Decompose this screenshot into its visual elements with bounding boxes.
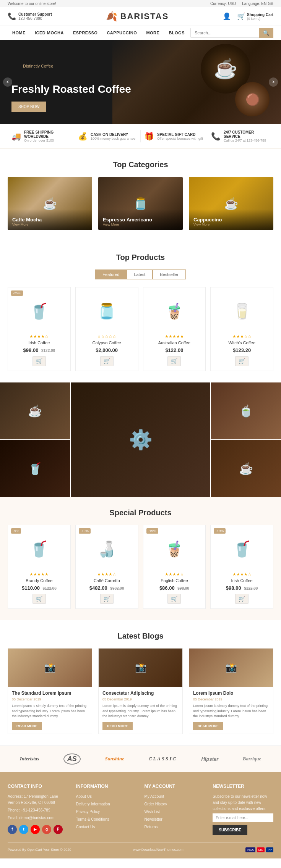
blog-read-more-3[interactable]: READ MORE bbox=[193, 722, 223, 730]
category-caffe-mocha[interactable]: ☕ Caffe Mocha View More bbox=[8, 177, 92, 230]
language-selector[interactable]: Language: EN-GB bbox=[242, 2, 273, 6]
special-stars-1 bbox=[13, 572, 66, 577]
product-name-2: Calypso Coffee bbox=[80, 340, 133, 345]
site-logo[interactable]: 🍂 BARISTAS bbox=[106, 11, 169, 22]
blog-img-1: 📸 bbox=[8, 649, 92, 687]
special-old-4: $122.00 bbox=[244, 586, 258, 590]
brand-3: Sunshine bbox=[105, 756, 124, 762]
special-name-3: English Coffee bbox=[148, 578, 201, 583]
footer-newsletter-link[interactable]: Newsletter bbox=[145, 816, 205, 823]
welcome-text: Welcome to our online store! bbox=[8, 2, 56, 6]
special-price-1: $110.00 $122.00 bbox=[13, 585, 66, 591]
product-name-1: Irish Coffee bbox=[13, 340, 66, 345]
tab-featured[interactable]: Featured bbox=[95, 269, 127, 279]
product-witch: 🥛 Witch's Coffee $123.20 🛒 bbox=[210, 287, 273, 371]
nav-cappuccino[interactable]: CAPPUCCINO bbox=[102, 26, 141, 40]
footer-information: INFORMATION About Us Delivery Informatio… bbox=[76, 784, 137, 835]
tab-latest[interactable]: Latest bbox=[127, 269, 153, 279]
special-cart-1[interactable]: 🛒 bbox=[32, 594, 46, 604]
special-cart-3[interactable]: 🛒 bbox=[167, 594, 181, 604]
cappuccino-link[interactable]: View More bbox=[193, 223, 269, 226]
footer-wish-list[interactable]: Wish List bbox=[145, 809, 205, 815]
tab-bestseller[interactable]: Bestseller bbox=[153, 269, 185, 279]
payment-icons: VISA MC PP bbox=[245, 847, 273, 852]
products-title: Top Products bbox=[8, 253, 273, 262]
caffe-mocha-name: Caffe Mocha bbox=[12, 217, 88, 223]
nav-blogs[interactable]: BLOGS bbox=[164, 26, 189, 40]
hero-content: Distinctly Coffee Freshly Roasted Coffee… bbox=[0, 41, 143, 124]
footer-about[interactable]: About Us bbox=[76, 794, 137, 800]
special-cart-2[interactable]: 🛒 bbox=[100, 594, 114, 604]
cart-button[interactable]: 🛒 Shopping Cart (0 items) bbox=[237, 12, 273, 21]
footer: CONTACT INFO Address: 17 Pennington Lane… bbox=[0, 772, 281, 858]
search-input[interactable] bbox=[190, 28, 259, 38]
espresso-link[interactable]: View More bbox=[103, 223, 178, 226]
hero-prev-button[interactable]: < bbox=[3, 77, 12, 87]
nav-more[interactable]: MORE bbox=[141, 26, 164, 40]
blog-photo-3: 📸 bbox=[189, 649, 273, 687]
footer-privacy[interactable]: Privacy Policy bbox=[76, 809, 137, 815]
cash-title: CASH ON DELIVERY bbox=[91, 132, 135, 137]
nav-iced-mocha[interactable]: ICED MOCHA bbox=[30, 26, 68, 40]
add-to-cart-2[interactable]: 🛒 bbox=[100, 356, 114, 366]
add-to-cart-4[interactable]: 🛒 bbox=[235, 356, 249, 366]
footer-email: Email: demo@baristas.com bbox=[8, 815, 68, 821]
search-button[interactable]: 🔍 bbox=[259, 28, 273, 38]
blog-text-1: Lorem ipsum is simply dummy text of the … bbox=[12, 703, 88, 719]
facebook-button[interactable]: f bbox=[8, 825, 17, 834]
googleplus-button[interactable]: g bbox=[42, 825, 51, 834]
blog-content-2: Consectetur Adipiscing 05 Decembar 2019 … bbox=[99, 687, 182, 734]
special-name-2: Caffè Corretto bbox=[80, 578, 133, 583]
twitter-button[interactable]: t bbox=[19, 825, 28, 834]
newsletter-subscribe-button[interactable]: SUBSCRIBE bbox=[213, 825, 247, 835]
special-cart-4[interactable]: 🛒 bbox=[235, 594, 249, 604]
category-cappuccino[interactable]: ☕ Cappuccino View More bbox=[189, 177, 273, 230]
footer-delivery[interactable]: Delivery Information bbox=[76, 801, 137, 807]
add-to-cart-3[interactable]: 🛒 bbox=[167, 356, 181, 366]
special-products-section: Special Products -9% 🥤 Brandy Coffee $11… bbox=[0, 497, 281, 620]
blog-img-3: 📸 bbox=[189, 649, 273, 687]
brands-section: Interistas AS Sunshine CLASSIC Hipster B… bbox=[0, 745, 281, 772]
blog-title-3: Lorem Ipsum Dolo bbox=[193, 691, 269, 696]
footer-my-account[interactable]: My Account bbox=[145, 794, 205, 800]
blog-read-more-1[interactable]: READ MORE bbox=[12, 722, 42, 730]
hero-next-button[interactable]: > bbox=[269, 77, 278, 87]
special-img-2: 🍶 bbox=[91, 530, 122, 568]
footer-account-title: MY ACCOUNT bbox=[145, 784, 205, 789]
hero-coffee-powder: 🟤 bbox=[235, 82, 270, 116]
blog-read-more-2[interactable]: READ MORE bbox=[102, 722, 133, 730]
products-section: Top Products Featured Latest Bestseller … bbox=[0, 242, 281, 382]
special-badge-1: -9% bbox=[11, 528, 21, 534]
special-irish: -19% 🥤 Irish Coffee $98.00 $122.00 🛒 bbox=[210, 525, 273, 609]
footer-returns[interactable]: Returns bbox=[145, 824, 205, 830]
product-img-4: 🥛 bbox=[227, 292, 257, 330]
footer-order-history[interactable]: Order History bbox=[145, 801, 205, 807]
gift-icon: 🎁 bbox=[145, 132, 154, 141]
categories-section: Top Categories ☕ Caffe Mocha View More 🫙… bbox=[0, 149, 281, 242]
header-actions: 👤 🛒 Shopping Cart (0 items) bbox=[223, 12, 273, 21]
caffe-mocha-link[interactable]: View More bbox=[12, 223, 88, 226]
nav-home[interactable]: HOME bbox=[8, 26, 30, 40]
nav-espresso[interactable]: ESPRESSO bbox=[68, 26, 102, 40]
user-icon[interactable]: 👤 bbox=[223, 12, 231, 21]
blogs-title: Latest Blogs bbox=[8, 632, 273, 641]
blog-3: 📸 Lorem Ipsum Dolo 05 Decembar 2019 Lore… bbox=[189, 648, 273, 734]
special-badge-4: -19% bbox=[214, 528, 226, 534]
special-price-2: $482.00 $902.00 bbox=[80, 585, 133, 591]
blog-title-1: The Standard Lorem Ipsum bbox=[12, 691, 88, 696]
special-name-4: Irish Coffee bbox=[215, 578, 268, 583]
hero-shop-now-button[interactable]: SHOP NOW bbox=[11, 102, 46, 112]
hero-banner: < Distinctly Coffee Freshly Roasted Coff… bbox=[0, 40, 281, 124]
newsletter-email-input[interactable] bbox=[213, 813, 273, 822]
category-espresso[interactable]: 🫙 Espresso Americano View More bbox=[98, 177, 183, 230]
visa-icon: VISA bbox=[245, 847, 255, 852]
pinterest-button[interactable]: P bbox=[54, 825, 63, 834]
footer-contact-us[interactable]: Contact Us bbox=[76, 824, 137, 830]
cash-icon: 💰 bbox=[78, 132, 88, 141]
footer-terms[interactable]: Terms & Conditions bbox=[76, 816, 137, 823]
add-to-cart-1[interactable]: 🛒 bbox=[32, 356, 46, 366]
blogs-grid: 📸 The Standard Lorem Ipsum 05 Decembar 2… bbox=[8, 648, 273, 734]
youtube-button[interactable]: ▶ bbox=[31, 825, 40, 834]
gallery-section: ☕ ⚙️ 🍵 🥤 ☕ bbox=[0, 382, 281, 497]
currency-selector[interactable]: Currency: USD bbox=[210, 2, 236, 6]
